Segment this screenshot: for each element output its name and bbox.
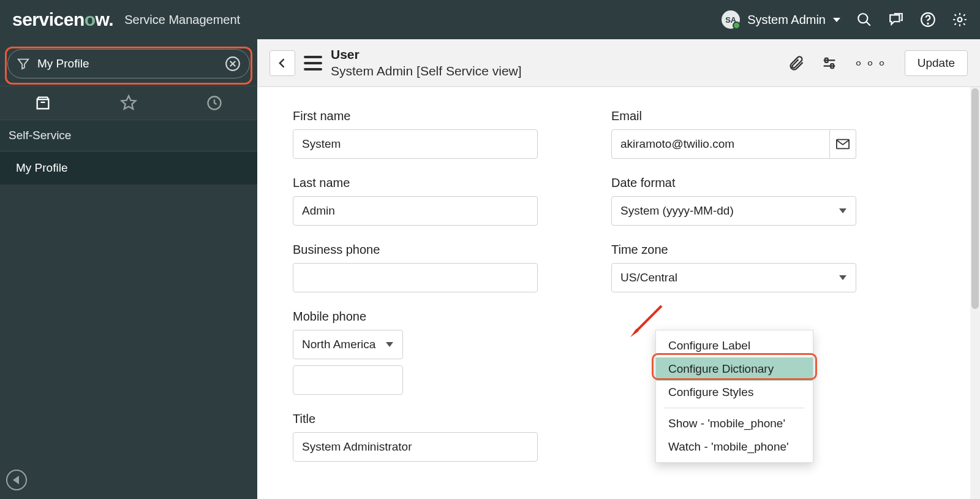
box-icon	[34, 94, 51, 112]
nav-app-self-service[interactable]: Self-Service	[0, 120, 257, 151]
email-input[interactable]	[611, 129, 830, 159]
ctx-configure-label[interactable]: Configure Label	[656, 334, 813, 357]
nav-module-my-profile[interactable]: My Profile	[0, 151, 257, 185]
form-title: User	[331, 47, 522, 63]
envelope-icon	[836, 139, 850, 150]
last-name-input[interactable]	[293, 196, 538, 226]
update-button[interactable]: Update	[905, 50, 968, 76]
nav-tab-all[interactable]	[0, 86, 86, 120]
form-body: First name Last name Business phone Mobi…	[257, 87, 980, 499]
business-phone-input[interactable]	[293, 263, 538, 292]
field-context-menu: Configure Label Configure Dictionary Con…	[655, 330, 813, 463]
chat-icon[interactable]	[888, 12, 904, 28]
mobile-phone-label: Mobile phone	[293, 310, 538, 324]
svg-line-1	[866, 21, 870, 26]
business-phone-label: Business phone	[293, 243, 538, 257]
logo-text-1: servicen	[12, 9, 85, 29]
logo-text-2: w	[96, 9, 109, 29]
global-banner: servicenow. Service Management SA System…	[0, 0, 980, 39]
first-name-input[interactable]	[293, 129, 538, 159]
nav-tabs	[0, 86, 257, 120]
chevron-down-icon	[833, 18, 840, 22]
email-compose-button[interactable]	[830, 129, 856, 159]
first-name-label: First name	[293, 109, 538, 123]
attachment-icon[interactable]	[788, 55, 805, 72]
time-zone-select[interactable]	[611, 263, 856, 292]
nav-filter[interactable]	[7, 49, 250, 78]
time-zone-label: Time zone	[611, 243, 856, 257]
ctx-separator	[665, 408, 804, 408]
ctx-configure-dictionary[interactable]: Configure Dictionary	[656, 357, 813, 381]
star-icon	[120, 94, 137, 112]
nav-filter-input[interactable]	[37, 57, 225, 70]
svg-point-3	[927, 23, 928, 24]
ctx-show-field[interactable]: Show - 'mobile_phone'	[656, 412, 813, 435]
date-format-select[interactable]	[611, 196, 856, 226]
user-menu[interactable]: SA System Admin	[722, 10, 840, 29]
form-context-menu-button[interactable]	[304, 56, 322, 70]
ctx-configure-styles[interactable]: Configure Styles	[656, 381, 813, 404]
more-options-icon[interactable]: ∘∘∘	[854, 55, 889, 72]
gear-icon[interactable]	[952, 12, 968, 28]
scrollbar[interactable]	[970, 87, 980, 499]
search-icon[interactable]	[856, 12, 872, 28]
logo-dot: .	[108, 9, 113, 29]
funnel-icon	[17, 57, 30, 70]
form-title-block: User System Admin [Self Service view]	[331, 47, 522, 79]
svg-point-4	[958, 18, 962, 22]
title-input[interactable]	[293, 432, 538, 462]
main-content: User System Admin [Self Service view] ∘∘…	[257, 39, 980, 499]
back-button[interactable]	[270, 50, 295, 76]
clock-icon	[206, 94, 223, 112]
last-name-label: Last name	[293, 176, 538, 190]
help-icon[interactable]	[920, 12, 936, 28]
username-label: System Admin	[747, 13, 826, 27]
mobile-phone-region-select[interactable]	[293, 330, 403, 359]
nav-tab-history[interactable]	[172, 86, 257, 120]
form-subtitle: System Admin [Self Service view]	[331, 63, 522, 79]
date-format-label: Date format	[611, 176, 856, 190]
title-label: Title	[293, 412, 538, 426]
mobile-phone-input[interactable]	[293, 365, 403, 395]
logo: servicenow.	[12, 9, 113, 30]
svg-rect-8	[37, 99, 49, 109]
nav-tab-favorites[interactable]	[86, 86, 172, 120]
product-name: Service Management	[124, 13, 240, 27]
logo-text-o: o	[85, 9, 96, 29]
form-header: User System Admin [Self Service view] ∘∘…	[257, 39, 980, 87]
chevron-left-icon	[276, 57, 288, 69]
avatar: SA	[722, 10, 740, 29]
ctx-watch-field[interactable]: Watch - 'mobile_phone'	[656, 435, 813, 459]
clear-filter-icon[interactable]	[225, 56, 241, 72]
nav-collapse-button[interactable]	[6, 470, 27, 490]
left-nav: Self-Service My Profile	[0, 39, 257, 499]
email-label: Email	[611, 109, 856, 123]
personalize-form-icon[interactable]	[821, 55, 838, 72]
scrollbar-thumb[interactable]	[971, 88, 979, 309]
svg-point-0	[858, 13, 867, 23]
